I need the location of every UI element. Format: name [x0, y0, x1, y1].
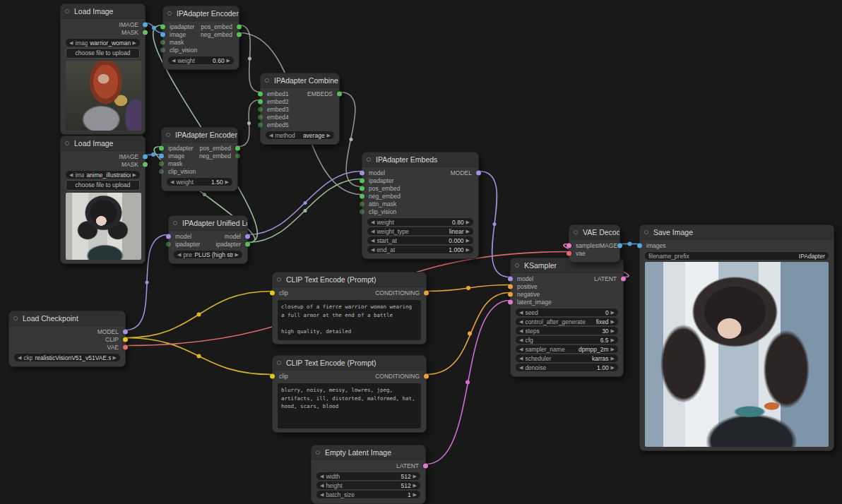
decrement-arrow-icon[interactable]: [519, 337, 523, 342]
ckpt-name-combo-widget[interactable]: ckpt_name realisticVisionV51_v51VAE.safe…: [14, 354, 120, 361]
increment-arrow-icon[interactable]: [611, 347, 615, 352]
increment-arrow-icon[interactable]: [466, 220, 470, 224]
collapse-dot-icon[interactable]: [167, 11, 172, 16]
node-ipadapter-embeds[interactable]: IPAdapter Embeds model MODEL ipadapter p…: [362, 152, 479, 259]
node-graph-canvas[interactable]: Load Image IMAGE MASK image warrior_woma…: [0, 0, 842, 504]
port-embed3-in-pin[interactable]: [258, 107, 263, 112]
collapse-dot-icon[interactable]: [367, 157, 371, 162]
increment-arrow-icon[interactable]: [611, 337, 615, 342]
weight-type-combo-widget[interactable]: weight_type linear: [367, 227, 473, 235]
node-ipadapter-encoder-1[interactable]: IPAdapter Encoder ipadapter pos_embed im…: [162, 6, 239, 70]
increment-arrow-icon[interactable]: [611, 310, 615, 315]
port-attn-mask-in-pin[interactable]: [360, 201, 364, 206]
port-image-in-pin[interactable]: [160, 32, 165, 37]
node-title-bar[interactable]: CLIP Text Encode (Prompt): [273, 356, 426, 371]
increment-arrow-icon[interactable]: [133, 172, 136, 177]
collapse-dot-icon[interactable]: [166, 133, 170, 137]
upload-button[interactable]: choose file to upload: [66, 180, 140, 191]
port-mask-out-pin[interactable]: [143, 30, 148, 35]
node-title-bar[interactable]: IPAdapter Encoder: [163, 6, 239, 21]
filename-prefix-widget[interactable]: filename_prefix IPAdapter: [645, 252, 829, 260]
port-clip-vision-in-pin[interactable]: [159, 169, 164, 174]
node-clip-text-encode-positive[interactable]: CLIP Text Encode (Prompt) clip CONDITION…: [272, 272, 427, 344]
image-combo-widget[interactable]: image anime_illustration.png: [66, 171, 140, 179]
decrement-arrow-icon[interactable]: [371, 220, 374, 224]
denoise-widget[interactable]: denoise 1.00: [516, 364, 618, 371]
port-mask-in-pin[interactable]: [160, 40, 165, 44]
sampler-name-widget[interactable]: sampler_name dpmpp_2m: [516, 345, 618, 353]
decrement-arrow-icon[interactable]: [269, 133, 273, 138]
node-title-bar[interactable]: Save Image: [640, 225, 834, 240]
increment-arrow-icon[interactable]: [413, 492, 417, 497]
control-after-generate-widget[interactable]: control_after_generate fixed: [516, 318, 618, 325]
upload-button[interactable]: choose file to upload: [66, 48, 140, 59]
decrement-arrow-icon[interactable]: [69, 40, 73, 45]
port-model-out-pin[interactable]: [476, 170, 481, 175]
width-widget[interactable]: width 512: [316, 472, 420, 480]
collapse-dot-icon[interactable]: [574, 230, 578, 234]
decrement-arrow-icon[interactable]: [320, 483, 324, 488]
port-embed2-in-pin[interactable]: [258, 99, 263, 104]
node-load-checkpoint[interactable]: Load Checkpoint MODEL CLIP VAE ckpt_name…: [8, 311, 126, 367]
node-title-bar[interactable]: Load Image: [61, 4, 145, 19]
port-conditioning-out-pin[interactable]: [424, 290, 429, 295]
collapse-dot-icon[interactable]: [13, 316, 18, 320]
port-model-out-pin[interactable]: [123, 329, 128, 334]
decrement-arrow-icon[interactable]: [170, 179, 174, 184]
port-ipadapter-out-pin[interactable]: [245, 241, 250, 246]
node-title-bar[interactable]: CLIP Text Encode (Prompt): [273, 272, 426, 287]
increment-arrow-icon[interactable]: [611, 328, 615, 333]
port-vae-out-pin[interactable]: [123, 344, 128, 349]
collapse-dot-icon[interactable]: [277, 361, 281, 365]
port-neg-embed-out-pin[interactable]: [237, 32, 242, 37]
start-at-widget[interactable]: start_at 0.000: [367, 236, 473, 244]
port-pos-embed-in-pin[interactable]: [360, 186, 364, 191]
decrement-arrow-icon[interactable]: [172, 58, 175, 63]
increment-arrow-icon[interactable]: [133, 40, 136, 45]
decrement-arrow-icon[interactable]: [519, 365, 523, 370]
increment-arrow-icon[interactable]: [611, 356, 615, 361]
increment-arrow-icon[interactable]: [466, 229, 470, 234]
node-ksampler[interactable]: KSampler model LATENT positive negative …: [510, 258, 624, 377]
decrement-arrow-icon[interactable]: [320, 474, 324, 479]
collapse-dot-icon[interactable]: [265, 78, 269, 83]
collapse-dot-icon[interactable]: [277, 277, 281, 282]
port-clip-in-pin[interactable]: [270, 290, 275, 295]
port-model-out-pin[interactable]: [245, 234, 250, 239]
port-ipadapter-in-pin[interactable]: [160, 24, 165, 29]
port-latent-out-pin[interactable]: [621, 276, 626, 281]
node-title-bar[interactable]: IPAdapter Encoder: [162, 128, 237, 143]
collapse-dot-icon[interactable]: [65, 141, 69, 145]
increment-arrow-icon[interactable]: [413, 474, 417, 479]
port-mask-in-pin[interactable]: [159, 161, 164, 166]
node-ipadapter-encoder-2[interactable]: IPAdapter Encoder ipadapter pos_embed im…: [161, 127, 238, 191]
port-clip-in-pin[interactable]: [270, 373, 275, 378]
port-model-in-pin[interactable]: [166, 234, 171, 239]
node-title-bar[interactable]: VAE Decode: [569, 225, 619, 240]
node-ipadapter-unified-loader[interactable]: IPAdapter Unified Loader model model ipa…: [168, 215, 248, 264]
increment-arrow-icon[interactable]: [611, 365, 615, 370]
node-title-bar[interactable]: Load Checkpoint: [9, 311, 125, 326]
node-load-image-2[interactable]: Load Image IMAGE MASK image anime_illust…: [60, 136, 146, 264]
weight-widget[interactable]: weight 1.50: [167, 178, 232, 186]
port-model-in-pin[interactable]: [508, 276, 513, 281]
node-title-bar[interactable]: Load Image: [61, 136, 145, 151]
increment-arrow-icon[interactable]: [113, 355, 117, 360]
port-ipadapter-in-pin[interactable]: [360, 178, 364, 183]
method-combo-widget[interactable]: method average: [266, 131, 334, 139]
decrement-arrow-icon[interactable]: [69, 172, 73, 177]
scheduler-widget[interactable]: scheduler karras: [516, 354, 618, 362]
decrement-arrow-icon[interactable]: [519, 310, 523, 315]
port-neg-embed-out-pin[interactable]: [235, 153, 240, 158]
port-embeds-out-pin[interactable]: [337, 91, 342, 96]
port-latent-out-pin[interactable]: [423, 463, 428, 468]
decrement-arrow-icon[interactable]: [519, 356, 523, 361]
end-at-widget[interactable]: end_at 1.000: [367, 246, 473, 253]
node-title-bar[interactable]: Empty Latent Image: [312, 445, 425, 460]
port-clip-vision-in-pin[interactable]: [160, 47, 165, 52]
port-pos-embed-out-pin[interactable]: [237, 24, 242, 29]
cfg-widget[interactable]: cfg 6.5: [516, 336, 618, 344]
port-ipadapter-in-pin[interactable]: [159, 145, 164, 150]
decrement-arrow-icon[interactable]: [371, 247, 374, 252]
port-conditioning-out-pin[interactable]: [424, 373, 429, 378]
